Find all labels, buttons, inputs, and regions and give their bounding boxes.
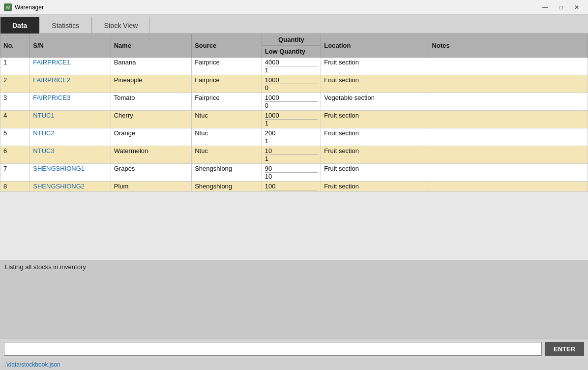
cell-sn: NTUC3 bbox=[30, 146, 111, 164]
cell-source: Shengshiong bbox=[192, 182, 262, 192]
cell-sn: FAIRPRICE1 bbox=[30, 58, 111, 75]
cell-source: Ntuc bbox=[192, 128, 262, 146]
cell-location: Fruit section bbox=[321, 128, 429, 146]
cell-source: Ntuc bbox=[192, 111, 262, 128]
cell-sn: FAIRPRICE2 bbox=[30, 75, 111, 93]
tab-stock-view[interactable]: Stock View bbox=[91, 17, 150, 33]
cell-source: Shengshiong bbox=[192, 164, 262, 182]
cell-location: Fruit section bbox=[321, 75, 429, 93]
cell-no: 3 bbox=[0, 93, 30, 111]
titlebar-left: W Warenager bbox=[4, 3, 44, 11]
table-row: 6NTUC3WatermelonNtuc101Fruit section bbox=[0, 146, 588, 164]
table-row: 8SHENGSHIONG2PlumShengshiong100Fruit sec… bbox=[0, 182, 588, 192]
cell-notes bbox=[429, 164, 588, 182]
cell-source: Fairprice bbox=[192, 75, 262, 93]
input-bar: ENTER bbox=[0, 339, 588, 359]
table-row: 2FAIRPRICE2PineappleFairprice10000Fruit … bbox=[0, 75, 588, 93]
cell-notes bbox=[429, 75, 588, 93]
cell-no: 5 bbox=[0, 128, 30, 146]
cell-quantity: 10000 bbox=[262, 93, 321, 111]
cell-name: Plum bbox=[111, 182, 191, 192]
maximize-button[interactable]: □ bbox=[554, 2, 568, 12]
tab-data[interactable]: Data bbox=[0, 17, 39, 33]
col-header-quantity-group: Quantity bbox=[262, 34, 321, 46]
cell-quantity: 100 bbox=[262, 182, 321, 192]
cell-quantity: 10001 bbox=[262, 111, 321, 128]
table-row: 1FAIRPRICE1BananaFairprice40001Fruit sec… bbox=[0, 58, 588, 75]
cell-no: 7 bbox=[0, 164, 30, 182]
cell-sn: NTUC1 bbox=[30, 111, 111, 128]
table-row: 4NTUC1CherryNtuc10001Fruit section bbox=[0, 111, 588, 128]
cell-location: Fruit section bbox=[321, 58, 429, 75]
data-path: .\data\stockbook.json bbox=[5, 361, 60, 368]
titlebar-controls: — □ ✕ bbox=[538, 2, 584, 12]
cell-quantity: 101 bbox=[262, 146, 321, 164]
close-button[interactable]: ✕ bbox=[569, 2, 584, 12]
cell-no: 2 bbox=[0, 75, 30, 93]
cell-quantity: 40001 bbox=[262, 58, 321, 75]
app-icon: W bbox=[4, 3, 12, 11]
cell-notes bbox=[429, 93, 588, 111]
table-row: 3FAIRPRICE3TomatoFairprice10000Vegetable… bbox=[0, 93, 588, 111]
cell-no: 4 bbox=[0, 111, 30, 128]
cell-no: 6 bbox=[0, 146, 30, 164]
inventory-table: No. S/N Name Source Quantity Location No… bbox=[0, 33, 588, 192]
cell-source: Fairprice bbox=[192, 93, 262, 111]
cell-location: Fruit section bbox=[321, 164, 429, 182]
footer-path: .\data\stockbook.json bbox=[0, 359, 588, 370]
command-input[interactable] bbox=[4, 342, 542, 356]
table-row: 7SHENGSHIONG1GrapesShengshiong9010Fruit … bbox=[0, 164, 588, 182]
cell-quantity: 10000 bbox=[262, 75, 321, 93]
main-content: No. S/N Name Source Quantity Location No… bbox=[0, 33, 588, 370]
cell-notes bbox=[429, 146, 588, 164]
col-header-notes: Notes bbox=[429, 34, 588, 58]
tab-statistics[interactable]: Statistics bbox=[39, 17, 91, 33]
cell-name: Orange bbox=[111, 128, 191, 146]
table-scroll-area[interactable]: No. S/N Name Source Quantity Location No… bbox=[0, 33, 588, 260]
cell-notes bbox=[429, 128, 588, 146]
col-header-low-quantity: Low Quantity bbox=[262, 46, 321, 58]
cell-location: Vegetable section bbox=[321, 93, 429, 111]
cell-name: Banana bbox=[111, 58, 191, 75]
cell-sn: NTUC2 bbox=[30, 128, 111, 146]
cell-notes bbox=[429, 111, 588, 128]
cell-quantity: 2001 bbox=[262, 128, 321, 146]
cell-no: 1 bbox=[0, 58, 30, 75]
col-header-no: No. bbox=[0, 34, 30, 58]
table-container: No. S/N Name Source Quantity Location No… bbox=[0, 33, 588, 260]
titlebar: W Warenager — □ ✕ bbox=[0, 0, 588, 15]
col-header-sn: S/N bbox=[30, 34, 111, 58]
cell-location: Fruit section bbox=[321, 182, 429, 192]
cell-source: Ntuc bbox=[192, 146, 262, 164]
cell-name: Cherry bbox=[111, 111, 191, 128]
cell-name: Pineapple bbox=[111, 75, 191, 93]
cell-notes bbox=[429, 182, 588, 192]
cell-notes bbox=[429, 58, 588, 75]
cell-no: 8 bbox=[0, 182, 30, 192]
status-bar: Listing all stocks in inventory bbox=[0, 260, 588, 339]
enter-button[interactable]: ENTER bbox=[545, 342, 584, 356]
cell-name: Tomato bbox=[111, 93, 191, 111]
cell-name: Watermelon bbox=[111, 146, 191, 164]
cell-source: Fairprice bbox=[192, 58, 262, 75]
minimize-button[interactable]: — bbox=[538, 2, 553, 12]
status-message: Listing all stocks in inventory bbox=[5, 263, 86, 271]
col-header-name: Name bbox=[111, 34, 191, 58]
table-row: 5NTUC2OrangeNtuc2001Fruit section bbox=[0, 128, 588, 146]
col-header-source: Source bbox=[192, 34, 262, 58]
cell-sn: SHENGSHIONG1 bbox=[30, 164, 111, 182]
col-header-location: Location bbox=[321, 34, 429, 58]
cell-name: Grapes bbox=[111, 164, 191, 182]
app-title: Warenager bbox=[15, 4, 44, 11]
cell-location: Fruit section bbox=[321, 111, 429, 128]
cell-sn: FAIRPRICE3 bbox=[30, 93, 111, 111]
cell-quantity: 9010 bbox=[262, 164, 321, 182]
cell-location: Fruit section bbox=[321, 146, 429, 164]
tab-bar: Data Statistics Stock View bbox=[0, 15, 588, 33]
cell-sn: SHENGSHIONG2 bbox=[30, 182, 111, 192]
